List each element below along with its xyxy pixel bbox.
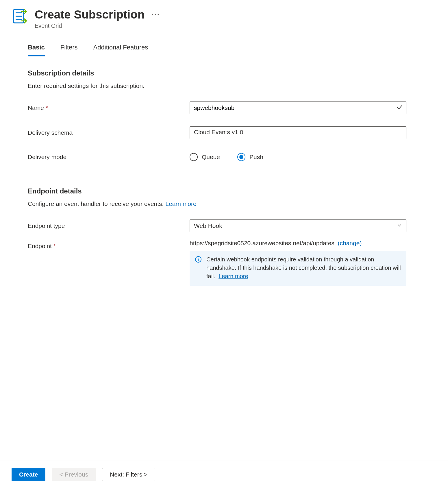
info-icon — [195, 256, 202, 280]
endpoint-section-desc: Configure an event handler to receive yo… — [28, 200, 436, 207]
endpoint-info-box: Certain webhook endpoints require valida… — [190, 251, 406, 286]
radio-icon — [237, 153, 245, 161]
subscription-section-title: Subscription details — [28, 69, 436, 77]
schema-label: Delivery schema — [28, 129, 190, 136]
create-button[interactable]: Create — [12, 468, 45, 481]
subscription-section-desc: Enter required settings for this subscri… — [28, 82, 436, 89]
tab-strip: Basic Filters Additional Features — [28, 44, 436, 56]
endpoint-type-value: Web Hook — [194, 222, 222, 229]
endpoint-section-title: Endpoint details — [28, 187, 436, 195]
page-title: Create Subscription — [35, 8, 145, 21]
mode-push-label: Push — [249, 154, 263, 160]
page-header: Create Subscription ··· Event Grid — [12, 8, 436, 29]
mode-radio-queue[interactable]: Queue — [190, 153, 220, 161]
tab-additional-features[interactable]: Additional Features — [93, 44, 148, 56]
event-grid-icon — [12, 8, 28, 24]
name-label: Name * — [28, 104, 190, 111]
validation-check-icon — [396, 104, 403, 112]
mode-queue-label: Queue — [202, 154, 220, 160]
endpoint-url: https://spegridsite0520.azurewebsites.ne… — [190, 240, 334, 246]
endpoint-type-select[interactable]: Web Hook — [190, 219, 406, 232]
svg-point-5 — [198, 258, 199, 259]
mode-label: Delivery mode — [28, 154, 190, 160]
page-subtitle: Event Grid — [35, 23, 160, 29]
previous-button: < Previous — [52, 468, 96, 481]
endpoint-type-label: Endpoint type — [28, 222, 190, 229]
schema-value: Cloud Events v1.0 — [190, 126, 406, 139]
tab-basic[interactable]: Basic — [28, 44, 45, 56]
footer-bar: Create < Previous Next: Filters > — [0, 461, 448, 491]
endpoint-label: Endpoint * — [28, 240, 190, 250]
more-actions-button[interactable]: ··· — [151, 10, 160, 19]
svg-rect-6 — [198, 259, 199, 261]
endpoint-info-learn-more-link[interactable]: Learn more — [219, 273, 248, 279]
mode-radio-push[interactable]: Push — [237, 153, 263, 161]
chevron-down-icon — [397, 222, 402, 229]
next-button[interactable]: Next: Filters > — [102, 468, 155, 481]
endpoint-change-link[interactable]: (change) — [338, 240, 362, 246]
required-indicator: * — [53, 243, 56, 249]
tab-filters[interactable]: Filters — [60, 44, 78, 56]
endpoint-learn-more-link[interactable]: Learn more — [165, 200, 196, 207]
name-input[interactable] — [190, 101, 406, 114]
required-indicator: * — [46, 104, 48, 111]
radio-icon — [190, 153, 198, 161]
